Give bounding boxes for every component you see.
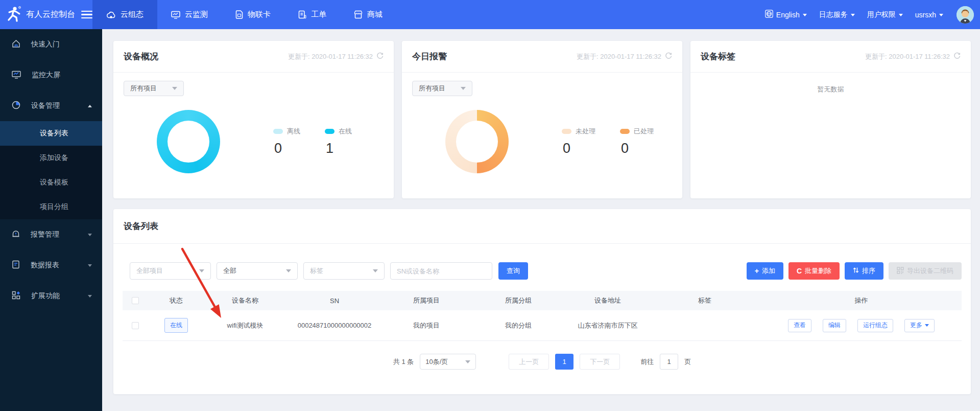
online-swatch — [325, 129, 334, 134]
current-page-button[interactable]: 1 — [555, 354, 573, 370]
page-size-select[interactable]: 10条/页 — [420, 354, 476, 370]
chevron-down-icon — [899, 14, 903, 16]
chevron-down-icon — [88, 234, 92, 236]
device-address: 山东省济南市历下区 — [567, 321, 649, 330]
column-header-project: 所属项目 — [383, 296, 470, 305]
sidebar-item-quick-start[interactable]: 快速入门 — [0, 29, 102, 60]
total-count: 共 1 条 — [393, 357, 414, 367]
sidebar-item-extended-functions[interactable]: 扩展功能 — [0, 281, 102, 311]
primary-nav: 云组态 云监测 物联卡 — [92, 0, 396, 29]
table-row: 在线 wifi测试模块 00024871000000000002 我的项目 我的… — [123, 310, 962, 341]
more-button[interactable]: 更多 — [904, 319, 935, 332]
username-menu[interactable]: usrsxh — [915, 11, 943, 19]
sidebar-item-add-device[interactable]: 添加设备 — [0, 146, 102, 170]
row-checkbox[interactable] — [132, 322, 139, 329]
tag-filter-select[interactable]: 标签 — [303, 262, 385, 280]
project-filter-select[interactable]: 所有项目 — [124, 81, 184, 96]
user-permission-menu[interactable]: 用户权限 — [867, 10, 903, 19]
sidebar-item-project-group[interactable]: 项目分组 — [0, 195, 102, 219]
goto-label: 前往 — [640, 357, 654, 367]
sidebar-item-device-list[interactable]: 设备列表 — [0, 121, 102, 146]
log-service-menu[interactable]: 日志服务 — [819, 10, 855, 19]
menu-toggle-icon[interactable] — [81, 9, 92, 21]
column-header-group: 所属分组 — [470, 296, 567, 305]
device-sn: 00024871000000000002 — [286, 322, 383, 329]
column-header-address: 设备地址 — [567, 296, 649, 305]
qr-code-icon — [897, 267, 904, 276]
nav-tab-mall[interactable]: 商城 — [340, 0, 396, 29]
column-header-actions: 操作 — [761, 296, 962, 305]
offline-swatch — [273, 129, 283, 134]
device-overview-card: 设备概况 更新于: 2020-01-17 11:26:32 所有项目 — [113, 41, 394, 198]
today-alarm-card: 今日报警 更新于: 2020-01-17 11:26:32 所有项目 — [402, 41, 682, 198]
chevron-down-icon — [199, 269, 204, 272]
avatar[interactable] — [957, 6, 974, 24]
goto-page-input[interactable] — [660, 354, 678, 370]
edit-button[interactable]: 编辑 — [823, 319, 846, 332]
store-icon — [354, 10, 363, 19]
search-input[interactable] — [390, 262, 492, 280]
nav-tab-iot-card[interactable]: 物联卡 — [222, 0, 284, 29]
updated-time: 更新于: 2020-01-17 11:26:32 — [288, 52, 373, 61]
legend-unhandled: 未处理 0 — [562, 127, 595, 156]
device-group: 我的分组 — [470, 321, 567, 330]
screen-icon — [12, 71, 21, 80]
monitor-icon — [171, 11, 180, 19]
chevron-down-icon — [939, 14, 943, 16]
refresh-icon[interactable] — [665, 52, 672, 61]
brand: R 有人云控制台 — [0, 0, 92, 29]
next-page-button[interactable]: 下一页 — [580, 354, 620, 370]
chevron-down-icon — [172, 87, 177, 90]
card-title: 今日报警 — [412, 51, 447, 62]
work-order-icon — [298, 10, 306, 19]
sidebar-item-device-template[interactable]: 设备模板 — [0, 170, 102, 195]
view-button[interactable]: 查看 — [788, 319, 811, 332]
language-menu[interactable]: English — [765, 10, 807, 19]
sidebar-item-device-management[interactable]: 设备管理 — [0, 90, 102, 121]
status-filter-select[interactable]: 全部 — [217, 262, 298, 280]
unhandled-swatch — [562, 129, 571, 134]
sort-button[interactable]: 排序 — [845, 262, 883, 280]
pagination: 共 1 条 10条/页 上一页 1 下一页 前往 页 — [113, 354, 971, 370]
add-device-button[interactable]: + 添加 — [747, 262, 783, 280]
pie-chart-icon — [12, 101, 20, 111]
grid-apps-icon — [12, 291, 20, 301]
refresh-icon[interactable] — [953, 52, 961, 61]
sidebar-item-alarm-management[interactable]: 报警管理 — [0, 219, 102, 250]
export-qr-button[interactable]: 导出设备二维码 — [889, 262, 962, 280]
page: R 有人云控制台 云组态 — [0, 0, 980, 411]
sidebar-item-data-report[interactable]: 数据报表 — [0, 250, 102, 281]
legend-handled: 已处理 0 — [620, 127, 654, 156]
chevron-down-icon — [803, 14, 807, 16]
device-management-submenu: 设备列表 添加设备 设备模板 项目分组 — [0, 121, 102, 219]
card-title: 设备标签 — [701, 51, 735, 62]
sim-card-icon — [235, 10, 243, 19]
prev-page-button[interactable]: 上一页 — [509, 354, 549, 370]
refresh-icon[interactable] — [376, 52, 384, 61]
device-table: 状态 设备名称 SN 所属项目 所属分组 设备地址 标签 操作 在线 wifi测… — [123, 291, 962, 341]
nav-tab-cloud-config[interactable]: 云组态 — [92, 0, 157, 29]
nav-tab-work-order[interactable]: 工单 — [284, 0, 340, 29]
plus-icon: + — [755, 267, 759, 275]
project-filter-select[interactable]: 所有项目 — [412, 81, 472, 96]
home-icon — [12, 39, 20, 50]
sidebar-item-monitor-screen[interactable]: 监控大屏 — [0, 60, 102, 90]
column-header-name: 设备名称 — [204, 296, 286, 305]
project-filter-select[interactable]: 全部项目 — [130, 262, 211, 280]
column-header-tag: 标签 — [649, 296, 761, 305]
device-project: 我的项目 — [383, 321, 470, 330]
globe-icon — [765, 10, 773, 19]
run-scada-button[interactable]: 运行组态 — [857, 319, 893, 332]
sort-arrows-icon — [853, 267, 859, 275]
status-badge[interactable]: 在线 — [164, 318, 188, 333]
batch-delete-button[interactable]: C 批量删除 — [788, 262, 840, 280]
column-header-sn: SN — [286, 297, 383, 305]
navbar-right: English 日志服务 用户权限 usrsxh — [765, 0, 980, 29]
handled-swatch — [620, 129, 630, 134]
nav-tab-cloud-monitor[interactable]: 云监测 — [157, 0, 222, 29]
chevron-down-icon — [851, 14, 855, 16]
device-name: wifi测试模块 — [204, 321, 286, 330]
select-all-checkbox[interactable] — [132, 297, 139, 304]
page-unit-label: 页 — [684, 357, 691, 367]
search-button[interactable]: 查询 — [498, 262, 528, 280]
